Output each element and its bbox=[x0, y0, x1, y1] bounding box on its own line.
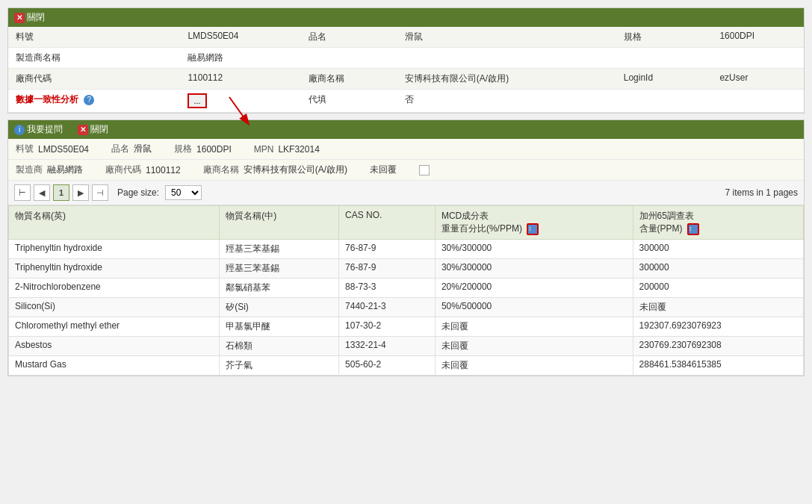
cell-mcd: 未回覆 bbox=[435, 337, 633, 356]
current-page-button[interactable]: 1 bbox=[53, 184, 69, 201]
info-cell-vendorcode: 廠商代碼 1100112 bbox=[105, 164, 181, 176]
ca65-sort-icon[interactable]: ↕ bbox=[687, 223, 699, 235]
info-cell-checkbox bbox=[419, 165, 430, 175]
main-close-label: 關閉 bbox=[90, 123, 108, 136]
table-row: 2-Nitrochlorobenzene鄰氯硝基苯88-73-320%/2000… bbox=[9, 279, 804, 298]
th-mcd-label: MCD成分表重量百分比(%/PPM) bbox=[441, 211, 522, 234]
cell-name-en: Silicon(Si) bbox=[9, 298, 220, 317]
data-table: 物質名稱(英) 物質名稱(中) CAS NO. MCD成分表重量百分比(%/PP… bbox=[8, 205, 804, 376]
main-close-button[interactable]: ✕ 關閉 bbox=[78, 123, 108, 136]
field-label-substitute: 代填 bbox=[301, 90, 397, 113]
field-value-vendor: 1100112 bbox=[180, 69, 301, 90]
cell-name-en: Triphenyltin hydroxide bbox=[9, 240, 220, 259]
field-label-analysis: 數據一致性分析 ? bbox=[8, 90, 180, 113]
info-cell-vendorname2: 廠商名稱 安博科技有限公司(A/啟用) bbox=[203, 164, 347, 176]
cell-name-en: Asbestos bbox=[9, 337, 220, 356]
field-label-mfr: 製造商名稱 bbox=[8, 48, 180, 69]
main-panel-header: i 我要提問 ✕ 關閉 bbox=[8, 120, 804, 139]
analysis-help-icon[interactable]: ? bbox=[84, 95, 94, 105]
main-info-row2: 製造商 融易網路 廠商代碼 1100112 廠商名稱 安博科技有限公司(A/啟用… bbox=[8, 160, 804, 181]
cell-mcd: 20%/200000 bbox=[435, 279, 633, 298]
close-icon: ✕ bbox=[14, 13, 25, 23]
cell-mcd: 50%/500000 bbox=[435, 298, 633, 317]
table-row: 廠商代碼 1100112 廠商名稱 安博科技有限公司(A/啟用) LoginId… bbox=[8, 69, 804, 90]
label-no: 料號 bbox=[16, 143, 34, 155]
top-info-table: 料號 LMDS50E04 品名 滑鼠 規格 1600DPI 製造商名稱 融易網路… bbox=[8, 27, 804, 113]
value-name: 滑鼠 bbox=[134, 143, 152, 155]
th-ca65: 加州65調查表含量(PPM) ↕ bbox=[633, 206, 803, 240]
table-row: Chloromethyl methyl ether甲基氯甲醚107-30-2未回… bbox=[9, 317, 804, 337]
analysis-label: 數據一致性分析 bbox=[16, 94, 78, 105]
field-label-loginid: LoginId bbox=[616, 69, 713, 90]
cell-cas-no: 7440-21-3 bbox=[339, 298, 436, 317]
value-no: LMDS50E04 bbox=[38, 144, 89, 155]
th-name-en: 物質名稱(英) bbox=[9, 206, 220, 240]
label-mpn: MPN bbox=[254, 144, 274, 155]
th-ca65-label: 加州65調查表含量(PPM) bbox=[639, 211, 694, 234]
analysis-ellipsis-button[interactable]: ... bbox=[187, 93, 206, 108]
field-label-no: 料號 bbox=[8, 27, 180, 48]
mcd-sort-icon[interactable]: ↕ bbox=[527, 223, 539, 235]
cell-mcd: 未回覆 bbox=[435, 356, 633, 376]
table-row: Triphenyltin hydroxide羥基三苯基錫76-87-930%/3… bbox=[9, 259, 804, 279]
cell-ca65: 300000 bbox=[633, 259, 803, 279]
value-mfr: 融易網路 bbox=[47, 164, 83, 176]
info-cell-mpn: MPN LKF32014 bbox=[254, 144, 320, 155]
info-cell-name: 品名 滑鼠 bbox=[111, 143, 152, 155]
top-panel: ✕ 關閉 料號 LMDS50E04 品名 滑鼠 規格 1600DPI 製造商名稱… bbox=[7, 7, 805, 113]
cell-ca65: 300000 bbox=[633, 240, 803, 259]
label-spec: 規格 bbox=[174, 143, 192, 155]
label-name: 品名 bbox=[111, 143, 129, 155]
cell-name-ch: 芥子氣 bbox=[220, 356, 339, 376]
cell-cas-no: 88-73-3 bbox=[339, 279, 436, 298]
next-page-button[interactable]: ▶ bbox=[72, 184, 89, 201]
value-status: 未回覆 bbox=[370, 164, 397, 176]
cell-name-en: Triphenyltin hydroxide bbox=[9, 259, 220, 279]
cell-name-ch: 矽(Si) bbox=[220, 298, 339, 317]
table-row: 數據一致性分析 ? ... 代填 否 bbox=[8, 90, 804, 113]
info-cell-mfr: 製造商 融易網路 bbox=[16, 164, 83, 176]
cell-mcd: 未回覆 bbox=[435, 317, 633, 337]
cell-ca65: 未回覆 bbox=[633, 298, 803, 317]
cell-cas-no: 107-30-2 bbox=[339, 317, 436, 337]
cell-name-ch: 羥基三苯基錫 bbox=[220, 240, 339, 259]
top-close-label: 關閉 bbox=[27, 11, 45, 24]
first-page-button[interactable]: ⊢ bbox=[14, 184, 31, 201]
table-header-row: 物質名稱(英) 物質名稱(中) CAS NO. MCD成分表重量百分比(%/PP… bbox=[9, 206, 804, 240]
pagination-bar: ⊢ ◀ 1 ▶ ⊣ Page size: 50 100 200 7 items … bbox=[8, 181, 804, 205]
status-checkbox[interactable] bbox=[419, 165, 430, 175]
field-value-loginid: ezUser bbox=[712, 69, 804, 90]
label-vendorname2: 廠商名稱 bbox=[203, 164, 239, 176]
info-cell-no: 料號 LMDS50E04 bbox=[16, 143, 89, 155]
field-value-vendorname: 安博科技有限公司(A/啟用) bbox=[397, 69, 616, 90]
cell-cas-no: 1332-21-4 bbox=[339, 337, 436, 356]
field-value-analysis: ... bbox=[180, 90, 301, 113]
table-row: Mustard Gas芥子氣505-60-2未回覆288461.53846153… bbox=[9, 356, 804, 376]
cell-name-ch: 鄰氯硝基苯 bbox=[220, 279, 339, 298]
prev-page-button[interactable]: ◀ bbox=[34, 184, 50, 201]
help-button[interactable]: i 我要提問 bbox=[14, 123, 63, 136]
page-size-select[interactable]: 50 100 200 bbox=[165, 185, 202, 200]
cell-ca65: 288461.5384615385 bbox=[633, 356, 803, 376]
field-label-vendor: 廠商代碼 bbox=[8, 69, 180, 90]
field-label-vendorname: 廠商名稱 bbox=[301, 69, 397, 90]
top-close-button[interactable]: ✕ 關閉 bbox=[14, 11, 45, 24]
items-info: 7 items in 1 pages bbox=[725, 187, 798, 198]
cell-name-ch: 石棉類 bbox=[220, 337, 339, 356]
field-value-substitute: 否 bbox=[397, 90, 616, 113]
th-name-ch: 物質名稱(中) bbox=[220, 206, 339, 240]
cell-mcd: 30%/300000 bbox=[435, 259, 633, 279]
last-page-button[interactable]: ⊣ bbox=[92, 184, 108, 201]
info-cell-spec: 規格 1600DPI bbox=[174, 143, 232, 155]
page-size-label: Page size: bbox=[117, 187, 159, 198]
value-vendorname2: 安博科技有限公司(A/啟用) bbox=[244, 164, 347, 176]
table-row: 料號 LMDS50E04 品名 滑鼠 規格 1600DPI bbox=[8, 27, 804, 48]
field-value-no: LMDS50E04 bbox=[180, 27, 301, 48]
main-panel: i 我要提問 ✕ 關閉 料號 LMDS50E04 品名 滑鼠 規格 1600DP… bbox=[7, 119, 805, 376]
help-label: 我要提問 bbox=[27, 123, 63, 136]
cell-name-en: Chloromethyl methyl ether bbox=[9, 317, 220, 337]
th-cas-no: CAS NO. bbox=[339, 206, 436, 240]
cell-name-ch: 甲基氯甲醚 bbox=[220, 317, 339, 337]
cell-ca65: 200000 bbox=[633, 279, 803, 298]
table-row: Asbestos石棉類1332-21-4未回覆230769.2307692308 bbox=[9, 337, 804, 356]
